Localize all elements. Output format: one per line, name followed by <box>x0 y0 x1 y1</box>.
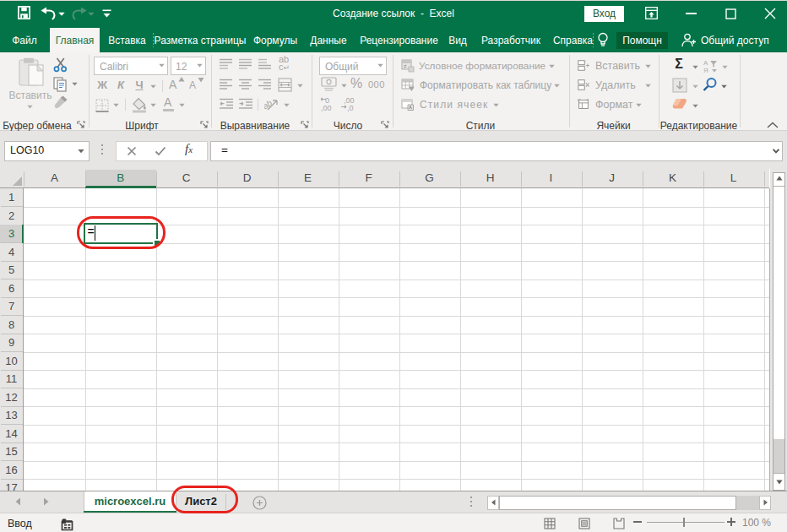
svg-text:,00: ,00 <box>321 104 332 112</box>
svg-text:Я: Я <box>703 67 708 74</box>
svg-text:,0: ,0 <box>347 104 354 112</box>
svg-text:А: А <box>703 59 708 67</box>
svg-text:≠: ≠ <box>404 63 407 69</box>
